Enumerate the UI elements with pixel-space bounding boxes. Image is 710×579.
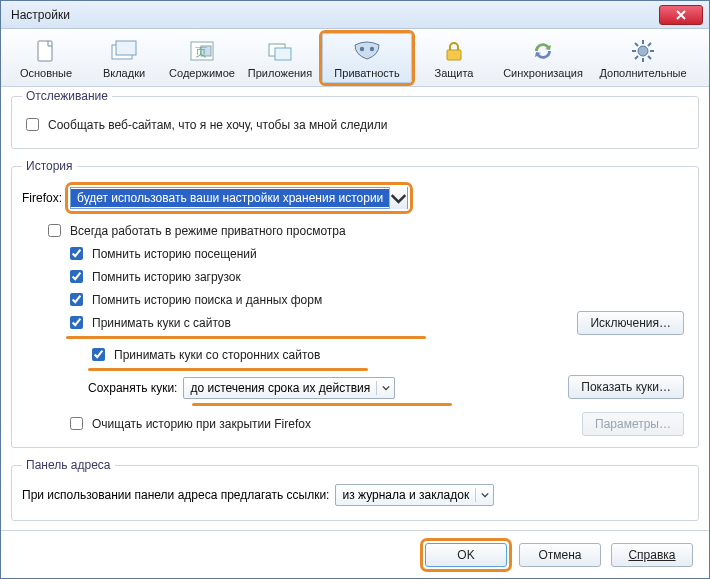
keep-cookies-select[interactable]: до истечения срока их действия bbox=[183, 377, 395, 399]
ok-button[interactable]: OK bbox=[425, 543, 507, 567]
svg-line-18 bbox=[648, 43, 651, 46]
clear-on-close-checkbox[interactable] bbox=[70, 417, 83, 430]
tab-general[interactable]: Основные bbox=[7, 31, 85, 85]
clear-settings-button: Параметры… bbox=[582, 412, 684, 436]
dialog-footer: OK Отмена Справка bbox=[1, 530, 709, 578]
tab-advanced[interactable]: Дополнительные bbox=[593, 31, 693, 85]
cancel-button[interactable]: Отмена bbox=[519, 543, 601, 567]
sync-icon bbox=[527, 37, 559, 65]
tab-label: Приложения bbox=[248, 67, 312, 79]
keep-cookies-label: Сохранять куки: bbox=[88, 381, 177, 395]
remember-downloads-label: Помнить историю загрузок bbox=[92, 270, 241, 284]
close-button[interactable] bbox=[659, 5, 703, 25]
svg-text:页: 页 bbox=[195, 45, 207, 59]
show-cookies-button[interactable]: Показать куки… bbox=[568, 375, 684, 399]
chevron-down-icon bbox=[475, 488, 489, 502]
history-mode-value: будет использовать ваши настройки хранен… bbox=[71, 189, 389, 207]
window-title: Настройки bbox=[7, 8, 659, 22]
locationbar-label: При использовании панели адреса предлага… bbox=[22, 488, 329, 502]
mask-icon bbox=[351, 37, 383, 65]
lock-icon bbox=[438, 37, 470, 65]
tracking-group: Отслеживание Сообщать веб-сайтам, что я … bbox=[11, 89, 699, 149]
tab-security[interactable]: Защита bbox=[415, 31, 493, 85]
remember-search-checkbox[interactable] bbox=[70, 293, 83, 306]
history-mode-select[interactable]: будет использовать ваши настройки хранен… bbox=[70, 191, 408, 205]
history-legend: История bbox=[22, 159, 77, 173]
tab-label: Приватность bbox=[334, 67, 399, 79]
gear-icon bbox=[627, 37, 659, 65]
remember-browsing-label: Помнить историю посещений bbox=[92, 247, 257, 261]
page-icon bbox=[30, 37, 62, 65]
tab-privacy[interactable]: Приватность bbox=[322, 33, 412, 83]
tab-sync[interactable]: Синхронизация bbox=[493, 31, 593, 85]
svg-rect-7 bbox=[275, 48, 291, 60]
tab-label: Содержимое bbox=[169, 67, 235, 79]
titlebar: Настройки bbox=[1, 1, 709, 29]
clear-on-close-label: Очищать историю при закрытии Firefox bbox=[92, 417, 311, 431]
history-group: История Firefox: будет использовать ваши… bbox=[11, 159, 699, 448]
exceptions-button[interactable]: Исключения… bbox=[577, 311, 684, 335]
tab-privacy-highlight: Приватность bbox=[319, 30, 415, 86]
help-button[interactable]: Справка bbox=[611, 543, 693, 567]
highlight-line bbox=[88, 368, 368, 371]
highlight-line bbox=[192, 403, 452, 406]
category-toolbar: Основные Вкладки 页 Содержимое Приложения… bbox=[1, 29, 709, 87]
accept-cookies-checkbox[interactable] bbox=[70, 316, 83, 329]
accept-third-checkbox[interactable] bbox=[92, 348, 105, 361]
tab-label: Основные bbox=[20, 67, 72, 79]
chevron-down-icon bbox=[376, 381, 390, 395]
dnt-checkbox[interactable] bbox=[26, 118, 39, 131]
remember-browsing-checkbox[interactable] bbox=[70, 247, 83, 260]
svg-point-8 bbox=[360, 46, 364, 50]
tab-label: Вкладки bbox=[103, 67, 145, 79]
locationbar-value: из журнала и закладок bbox=[342, 488, 469, 502]
chevron-down-icon bbox=[389, 187, 407, 209]
locationbar-select[interactable]: из журнала и закладок bbox=[335, 484, 494, 506]
firefox-label: Firefox: bbox=[22, 191, 62, 205]
tab-label: Защита bbox=[435, 67, 474, 79]
accept-cookies-label: Принимать куки с сайтов bbox=[92, 316, 231, 330]
locationbar-legend: Панель адреса bbox=[22, 458, 115, 472]
svg-rect-2 bbox=[116, 41, 136, 55]
tab-tabs[interactable]: Вкладки bbox=[85, 31, 163, 85]
tabs-icon bbox=[108, 37, 140, 65]
apps-icon bbox=[264, 37, 296, 65]
tab-label: Синхронизация bbox=[503, 67, 583, 79]
settings-window: Настройки Основные Вкладки 页 Содержимое … bbox=[0, 0, 710, 579]
svg-line-16 bbox=[635, 43, 638, 46]
svg-line-17 bbox=[648, 56, 651, 59]
svg-rect-10 bbox=[447, 50, 461, 60]
svg-line-19 bbox=[635, 56, 638, 59]
close-icon bbox=[676, 10, 686, 20]
locationbar-group: Панель адреса При использовании панели а… bbox=[11, 458, 699, 521]
tab-content[interactable]: 页 Содержимое bbox=[163, 31, 241, 85]
highlight-line bbox=[66, 336, 426, 339]
tab-applications[interactable]: Приложения bbox=[241, 31, 319, 85]
svg-point-9 bbox=[370, 46, 374, 50]
remember-search-label: Помнить историю поиска и данных форм bbox=[92, 293, 322, 307]
tracking-legend: Отслеживание bbox=[22, 89, 112, 103]
tab-label: Дополнительные bbox=[599, 67, 686, 79]
content-icon: 页 bbox=[186, 37, 218, 65]
remember-downloads-checkbox[interactable] bbox=[70, 270, 83, 283]
svg-rect-0 bbox=[38, 41, 52, 61]
always-private-checkbox[interactable] bbox=[48, 224, 61, 237]
dnt-label: Сообщать веб-сайтам, что я не хочу, чтоб… bbox=[48, 118, 387, 132]
content-area: Отслеживание Сообщать веб-сайтам, что я … bbox=[11, 89, 699, 530]
accept-third-label: Принимать куки со сторонних сайтов bbox=[114, 348, 320, 362]
keep-cookies-value: до истечения срока их действия bbox=[190, 381, 370, 395]
svg-point-11 bbox=[638, 46, 648, 56]
always-private-label: Всегда работать в режиме приватного прос… bbox=[70, 224, 346, 238]
